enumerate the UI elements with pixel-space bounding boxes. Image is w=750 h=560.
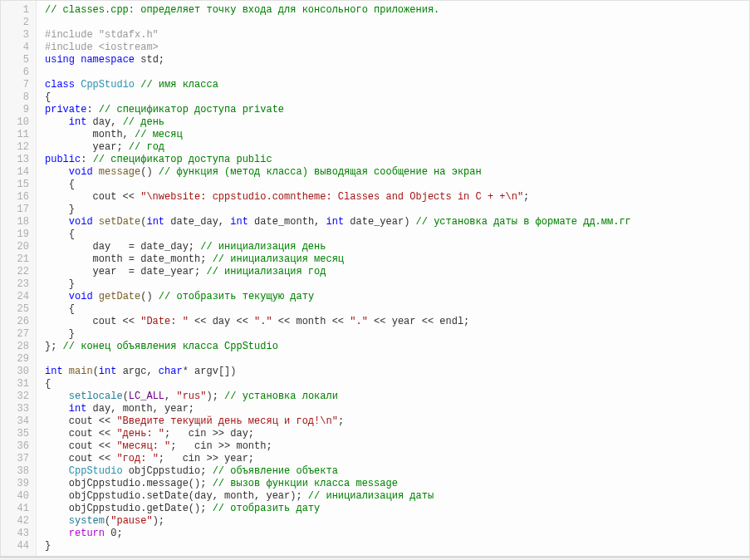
line-number: 6 [4, 66, 29, 79]
code-token: "Введите текущий день месяц и год!\n" [116, 415, 337, 427]
line-number: 33 [4, 403, 29, 415]
code-line: int day, month, year; [45, 403, 749, 415]
code-token: "rus" [176, 391, 206, 402]
code-token: public [45, 154, 81, 165]
code-token: month, [45, 129, 135, 140]
code-token [45, 465, 69, 477]
code-token [45, 515, 69, 527]
line-number: 16 [4, 191, 29, 204]
line-number: 40 [4, 490, 29, 503]
code-token: cout << [45, 453, 116, 464]
line-number: 14 [4, 166, 29, 179]
code-token: ; [523, 191, 529, 203]
code-token: "." [350, 316, 368, 327]
line-number: 36 [4, 440, 29, 453]
code-line: { [45, 179, 749, 191]
code-token: { [45, 91, 51, 103]
code-token: private [45, 104, 86, 115]
code-token: #include <iostream> [45, 42, 159, 53]
code-token: // инициализация год [206, 266, 326, 278]
code-area[interactable]: // classes.cpp: определяет точку входа д… [37, 1, 749, 556]
code-token: "." [254, 316, 272, 327]
code-token: day = date_day; [45, 241, 200, 253]
line-number: 3 [4, 29, 29, 42]
line-number: 10 [4, 116, 29, 129]
code-token [45, 391, 69, 402]
code-token: ; cin >> year; [159, 453, 254, 464]
code-token: day, [86, 116, 122, 128]
code-token [45, 116, 69, 128]
code-token: ( [123, 391, 129, 402]
code-token: cout << [45, 415, 116, 427]
code-line: void getDate() // отобразить текущую дат… [45, 291, 749, 303]
code-token: // отобразить текущую дату [159, 291, 314, 302]
code-token: 0; [105, 528, 123, 539]
code-token: class [45, 79, 75, 91]
code-token: { [45, 228, 75, 240]
line-number: 15 [4, 179, 29, 191]
line-number: 1 [4, 4, 29, 17]
line-number: 22 [4, 266, 29, 278]
code-token: // день [123, 116, 164, 128]
line-number: 21 [4, 253, 29, 266]
code-token: // имя класса [140, 79, 218, 91]
line-number: 23 [4, 278, 29, 291]
code-token: date_year) [344, 216, 415, 228]
code-line: int day, // день [45, 116, 749, 129]
code-token: } [45, 204, 75, 215]
code-token: : [81, 154, 92, 165]
code-line: // classes.cpp: определяет точку входа д… [45, 4, 749, 17]
code-token: int [230, 216, 248, 228]
line-number: 42 [4, 515, 29, 528]
code-token: setDate [99, 216, 140, 228]
line-number: 12 [4, 141, 29, 154]
line-number: 7 [4, 79, 29, 91]
code-line: month, // месяц [45, 129, 749, 141]
code-token: objCppstudio; [123, 465, 213, 477]
code-token: // год [129, 141, 164, 153]
code-line [45, 66, 749, 79]
code-token: system [69, 515, 105, 527]
code-token: // инициализация день [200, 241, 326, 253]
code-token: // инициализация даты [308, 490, 434, 502]
code-line: cout << "день: "; cin >> day; [45, 428, 749, 440]
code-token: * argv[]) [183, 366, 237, 377]
code-line: objCppstudio.getDate(); // отобразить да… [45, 503, 749, 515]
code-token: year = date_year; [45, 266, 206, 278]
line-number: 31 [4, 378, 29, 391]
code-token: { [45, 378, 51, 390]
line-number: 38 [4, 465, 29, 478]
code-token: ( [93, 366, 99, 377]
code-line: }; // конец объявления класса CppStudio [45, 341, 749, 353]
code-line: public: // спецификатор доступа public [45, 154, 749, 166]
code-token: // classes.cpp: определяет точку входа д… [45, 4, 439, 16]
line-number: 35 [4, 428, 29, 440]
code-token: { [45, 179, 75, 190]
code-line: #include "stdafx.h" [45, 29, 749, 42]
line-number: 8 [4, 91, 29, 104]
code-token: cout << [45, 440, 116, 452]
line-number: 4 [4, 42, 29, 54]
code-token [45, 403, 69, 415]
code-token: ; cin >> day; [164, 428, 254, 440]
code-line: { [45, 228, 749, 241]
code-line: system("pause"); [45, 515, 749, 528]
line-number: 24 [4, 291, 29, 303]
code-token: // спецификатор доступа private [99, 104, 284, 115]
code-token: ); [206, 391, 224, 402]
line-number: 44 [4, 540, 29, 553]
code-token [45, 166, 69, 178]
code-token: message [99, 166, 140, 178]
line-number: 30 [4, 366, 29, 378]
code-token: cout << [45, 191, 140, 203]
code-token: // инициализация месяц [213, 253, 344, 265]
code-token: main [69, 366, 93, 377]
code-token: getDate [99, 291, 140, 302]
code-line: void message() // функция (метод класса)… [45, 166, 749, 179]
code-line: year; // год [45, 141, 749, 154]
code-token [63, 366, 69, 377]
code-token: cout << [45, 316, 140, 327]
code-token: << year << endl; [368, 316, 469, 327]
code-line: } [45, 278, 749, 291]
code-line: cout << "год: "; cin >> year; [45, 453, 749, 465]
